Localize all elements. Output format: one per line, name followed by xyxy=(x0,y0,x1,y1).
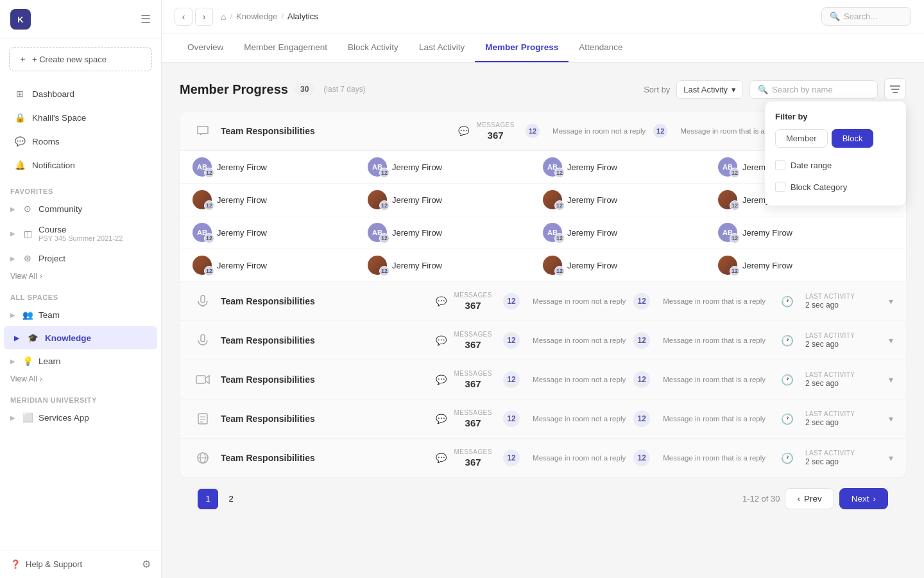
sidebar-item-services-app[interactable]: ▶ ⬜ Services App xyxy=(0,407,161,428)
filter-dropdown-title: Filter by xyxy=(765,109,906,127)
tab-last-activity[interactable]: Last Activity xyxy=(409,33,475,62)
chevron-down-icon[interactable]: ▾ xyxy=(889,296,893,306)
collapsed-space-rows: Team Responsibilities 💬 MESSAGES 367 12 … xyxy=(180,282,906,478)
sidebar-group-community[interactable]: ▶ ⊙ Community xyxy=(0,198,161,220)
search-icon: 🔍 xyxy=(758,85,768,94)
member-progress-header: Member Progress 30 (last 7 days) Sort by… xyxy=(180,78,906,100)
search-button[interactable]: 🔍 Help & Support Search... xyxy=(821,7,911,26)
search-icon: 🔍 xyxy=(830,12,840,21)
grid-icon: ⊞ xyxy=(14,88,26,100)
space-name: Team Responsibilities xyxy=(221,335,428,346)
sidebar-item-team[interactable]: ▶ 👥 Team xyxy=(0,304,161,326)
message-icon: 💬 xyxy=(436,414,447,424)
pagination-bar: 1 2 1-12 of 30 ‹ Prev Next › xyxy=(180,478,906,520)
filter-toggle-block[interactable]: Block xyxy=(832,129,874,148)
space-name: Team Responsibilities xyxy=(221,296,428,306)
chevron-right-icon: › xyxy=(40,272,42,281)
sidebar-footer: ❓ Help & Support ⚙ xyxy=(0,550,161,578)
chevron-right-icon: › xyxy=(873,494,877,504)
sort-dropdown[interactable]: Last Activity ▾ xyxy=(676,80,743,99)
space-row: Team Responsibilities 💬 MESSAGES 367 12 … xyxy=(180,282,906,321)
chat-icon: 💬 xyxy=(14,136,26,147)
lock-icon: 🔒 xyxy=(14,112,26,123)
home-icon[interactable]: ⌂ xyxy=(221,12,226,22)
avatar: K xyxy=(10,9,31,30)
forward-button[interactable]: › xyxy=(195,8,213,26)
space-name: Team Responsibilities xyxy=(221,414,428,424)
breadcrumb-knowledge[interactable]: Knowledge xyxy=(236,12,277,21)
meridian-label: MERIDIAN UNIVERSITY xyxy=(0,389,161,407)
tab-block-activity[interactable]: Block Activity xyxy=(338,33,409,62)
search-by-name-input[interactable]: 🔍 Search by name xyxy=(749,80,878,99)
breadcrumb: ⌂ / Knowledge / Alalytics xyxy=(221,12,318,22)
course-icon: ◫ xyxy=(22,228,33,240)
message-icon: 💬 xyxy=(436,374,447,385)
sidebar-header: K ☰ xyxy=(0,0,161,39)
filter-button[interactable] xyxy=(884,78,906,100)
date-range-subtitle: (last 7 days) xyxy=(323,85,365,94)
message-icon: 💬 xyxy=(436,335,447,346)
learn-icon: 💡 xyxy=(22,355,33,367)
tab-member-progress[interactable]: Member Progress xyxy=(475,33,569,62)
filter-option-block-category[interactable]: Block Category xyxy=(765,176,906,198)
tab-overview[interactable]: Overview xyxy=(177,33,234,62)
chevron-right-icon: ▶ xyxy=(10,255,15,262)
space-type-icon xyxy=(193,448,213,468)
filter-option-date-range[interactable]: Date range xyxy=(765,154,906,176)
next-button[interactable]: Next › xyxy=(839,488,888,509)
filter-icon xyxy=(890,85,900,94)
create-space-button[interactable]: ＋ + Create new space xyxy=(9,47,152,71)
page-2-button[interactable]: 2 xyxy=(221,489,241,509)
sidebar-item-notification[interactable]: 🔔 Notification xyxy=(4,153,157,177)
sidebar-item-learn[interactable]: ▶ 💡 Learn xyxy=(0,350,161,372)
prev-button[interactable]: ‹ Prev xyxy=(785,488,834,509)
clock-icon: 🕐 xyxy=(781,452,794,464)
space-type-icon xyxy=(193,369,213,390)
back-button[interactable]: ‹ xyxy=(175,8,193,26)
sidebar-item-khalils-space[interactable]: 🔒 Khalil's Space xyxy=(4,106,157,129)
calendar-icon xyxy=(775,160,785,170)
settings-icon[interactable]: ⚙ xyxy=(142,558,151,570)
message-icon: 💬 xyxy=(436,296,447,306)
filter-toggle-member[interactable]: Member xyxy=(775,129,828,148)
sidebar-group-course[interactable]: ▶ ◫ Course PSY 345 Summer 2021-22 xyxy=(0,220,161,247)
knowledge-icon: 🎓 xyxy=(27,332,38,344)
chevron-right-icon: ▶ xyxy=(10,206,15,213)
project-icon: ⊛ xyxy=(22,252,33,264)
clock-icon: 🕐 xyxy=(781,413,794,425)
sidebar-item-dashboard[interactable]: ⊞ Dashboard xyxy=(4,82,157,105)
main-content: ‹ › ⌂ / Knowledge / Alalytics 🔍 Help & S… xyxy=(162,0,924,578)
sidebar-group-project[interactable]: ▶ ⊛ Project xyxy=(0,247,161,269)
view-all-spaces[interactable]: View All › xyxy=(0,372,161,389)
team-icon: 👥 xyxy=(22,309,33,320)
sidebar-item-rooms[interactable]: 💬 Rooms xyxy=(4,130,157,153)
message-icon: 💬 xyxy=(436,453,447,463)
topbar-nav: ‹ › xyxy=(175,8,213,26)
plus-icon: ＋ xyxy=(19,53,27,65)
chevron-right-icon: ▶ xyxy=(10,414,15,421)
view-all-favorites[interactable]: View All › xyxy=(0,269,161,286)
space-type-icon xyxy=(193,291,213,311)
tab-attendance[interactable]: Attendance xyxy=(569,33,633,62)
chevron-down-icon[interactable]: ▾ xyxy=(889,414,893,424)
tab-member-engagement[interactable]: Member Engagement xyxy=(234,33,338,62)
chevron-down-icon[interactable]: ▾ xyxy=(889,453,893,463)
page-1-button[interactable]: 1 xyxy=(198,489,218,509)
clock-icon: 🕐 xyxy=(781,374,794,386)
content-area: Member Progress 30 (last 7 days) Sort by… xyxy=(162,63,924,578)
chevron-left-icon: ‹ xyxy=(797,494,800,504)
menu-icon[interactable]: ☰ xyxy=(141,12,151,26)
svg-rect-6 xyxy=(196,376,205,383)
help-support-link[interactable]: ❓ Help & Support xyxy=(10,559,82,569)
member-count-badge: 30 xyxy=(295,83,314,95)
chevron-down-icon[interactable]: ▾ xyxy=(889,335,893,346)
breadcrumb-analytics: Alalytics xyxy=(287,12,318,21)
sidebar-item-knowledge[interactable]: ▶ 🎓 Knowledge xyxy=(4,326,157,349)
chevron-down-icon[interactable]: ▾ xyxy=(889,374,893,385)
space-row: Team Responsibilities 💬 MESSAGES 367 12 … xyxy=(180,399,906,439)
chevron-right-icon: ▶ xyxy=(10,311,15,319)
space-type-icon xyxy=(193,330,213,351)
sort-by-label: Sort by xyxy=(644,85,670,94)
services-icon: ⬜ xyxy=(22,412,33,423)
favorites-label: FAVORITES xyxy=(0,180,161,198)
